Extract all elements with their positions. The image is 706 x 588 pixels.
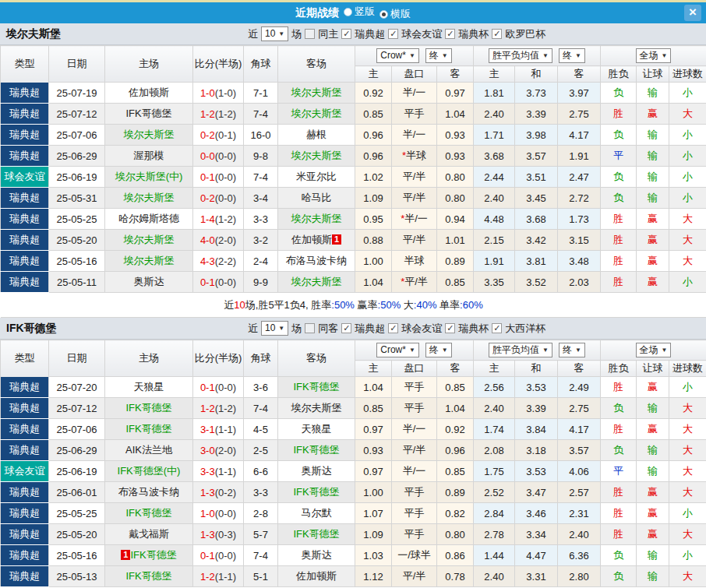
home-team-cell: IFK哥德堡 — [105, 566, 193, 587]
league-filter-label: 瑞典杯 — [458, 27, 489, 41]
result-goals: 小 — [669, 503, 706, 524]
avg-odds-2: 2.75 — [558, 104, 601, 125]
score-halftime: (1-1) — [215, 424, 236, 435]
score-fulltime: 3-0 — [200, 445, 215, 456]
chevron-down-icon: ▼ — [575, 344, 581, 356]
odds-value: 0.92 — [363, 87, 383, 99]
avg-odds-group: 胜平负均值▼终▼ — [474, 340, 601, 361]
final-odds-select[interactable]: 终▼ — [425, 343, 452, 357]
score-halftime: (2-0) — [215, 234, 236, 246]
odds-company-select[interactable]: Crow*▼ — [376, 343, 419, 357]
league-filter-checkbox-2[interactable]: ✓ — [445, 29, 455, 39]
odds-company-select-label: Crow* — [380, 50, 406, 62]
avg-odds-select[interactable]: 胜平负均值▼ — [489, 48, 552, 63]
final-avg-select[interactable]: 终▼ — [559, 343, 585, 357]
same-venue-checkbox[interactable] — [305, 323, 315, 333]
avg-odds-select[interactable]: 胜平负均值▼ — [489, 343, 552, 357]
league-type-badge: 瑞典超 — [1, 482, 49, 503]
away-team-cell: 米亚尔比 — [278, 167, 355, 188]
red-card-badge: 1 — [121, 550, 130, 560]
match-row: 瑞典超25-07-06埃尔夫斯堡0-2(0-1)16-0赫根0.96半/一0.9… — [1, 125, 706, 146]
match-row: 瑞典超25-07-20天狼星0-1(0-0)3-6IFK哥德堡1.04平手0.8… — [1, 377, 706, 398]
result-goals: 大 — [669, 251, 706, 272]
home-team-name: IFK哥德堡 — [125, 402, 171, 414]
final-odds-select[interactable]: 终▼ — [425, 48, 452, 63]
match-count-select[interactable]: 10▼ — [261, 321, 288, 336]
home-team-cell: 埃尔夫斯堡 — [105, 230, 193, 251]
final-odds-select-label: 终 — [429, 344, 439, 356]
away-team-cell: IFK哥德堡 — [278, 377, 355, 398]
crow-odds-2: 0.86 — [437, 545, 474, 566]
avg-odds-0: 2.40 — [474, 104, 515, 125]
close-button[interactable]: × — [684, 5, 701, 21]
result-wdl: 胜 — [601, 251, 637, 272]
league-type-badge: 瑞典超 — [1, 566, 49, 587]
avg-odds-1: 3.39 — [515, 104, 558, 125]
league-filter-checkbox-1[interactable]: ✓ — [388, 323, 398, 333]
sub-header-8: 进球数 — [669, 361, 706, 377]
score-fulltime: 4-3 — [200, 255, 215, 267]
layout-radio-horizontal[interactable]: 横版 — [379, 7, 411, 21]
league-filter-checkbox-1[interactable]: ✓ — [388, 29, 398, 39]
league-filter-checkbox-3[interactable]: ✓ — [492, 29, 502, 39]
sub-header-3: 主 — [474, 66, 515, 83]
cell-corner: 6-6 — [244, 461, 278, 482]
crow-odds-1: 平手 — [392, 482, 437, 503]
crow-odds-1: 平手 — [392, 377, 437, 398]
away-team-name: 米亚尔比 — [296, 171, 337, 182]
crow-odds-0: 0.96 — [355, 146, 392, 167]
result-goals: 小 — [669, 188, 706, 209]
crow-odds-2: 0.97 — [437, 83, 474, 104]
score-fulltime: 1-3 — [200, 529, 215, 540]
match-row: 瑞典超25-06-01布洛马波卡纳1-3(0-2)3-3IFK哥德堡1.00平手… — [1, 482, 706, 503]
sub-header-4: 和 — [515, 361, 558, 377]
result-handicap: 赢 — [637, 272, 669, 293]
away-team-cell: 埃尔夫斯堡 — [278, 272, 355, 293]
score-halftime: (0-0) — [215, 508, 236, 519]
odds-value: 0.78 — [445, 571, 464, 583]
cell-date: 25-05-16 — [49, 251, 105, 272]
cell-corner: 3-4 — [244, 188, 278, 209]
result-handicap: 赢 — [637, 230, 669, 251]
odds-company-select[interactable]: Crow*▼ — [376, 48, 419, 63]
match-count-select[interactable]: 10▼ — [261, 26, 288, 41]
odds-value: 平手 — [404, 381, 425, 393]
cell-date: 25-05-20 — [49, 230, 105, 251]
col-header-0: 类型 — [1, 340, 49, 377]
final-avg-select[interactable]: 终▼ — [559, 48, 585, 63]
layout-radio-vertical[interactable]: 竖版 — [344, 5, 375, 19]
away-team-name: 奥斯达 — [302, 549, 332, 561]
odds-value: 0.85 — [445, 466, 464, 477]
cell-score: 1-2(1-1) — [193, 566, 244, 587]
result-handicap: 赢 — [637, 377, 669, 398]
avg-odds-1: 3.46 — [515, 503, 558, 524]
crow-odds-1: 平/半 — [392, 566, 437, 587]
league-filter-checkbox-2[interactable]: ✓ — [445, 323, 455, 333]
team-name: IFK哥德堡 — [6, 322, 57, 336]
odds-company-group: Crow*▼终▼ — [355, 46, 474, 66]
odds-value: 平手 — [404, 507, 425, 519]
league-filter-checkbox-0[interactable]: ✓ — [341, 323, 351, 333]
league-filter-checkbox-3[interactable]: ✓ — [492, 323, 502, 333]
col-header-3: 比分(半场) — [193, 46, 244, 83]
cell-corner: 9-8 — [244, 146, 278, 167]
result-goals: 小 — [669, 83, 706, 104]
scope-select[interactable]: 全场▼ — [636, 48, 672, 63]
scope-select[interactable]: 全场▼ — [636, 343, 672, 357]
match-row: 瑞典超25-06-29渥那模0-0(0-0)9-8埃尔夫斯堡0.96*半球0.9… — [1, 146, 706, 167]
crow-odds-2: 0.85 — [437, 377, 474, 398]
odds-value: 0.95 — [363, 213, 383, 225]
sub-header-5: 客 — [558, 361, 601, 377]
match-row: 瑞典超25-05-25IFK哥德堡1-0(0-0)2-8马尔默1.07平手0.8… — [1, 503, 706, 524]
cell-date: 25-06-19 — [49, 167, 105, 188]
league-filter-checkbox-0[interactable]: ✓ — [341, 29, 351, 39]
same-venue-checkbox[interactable] — [305, 29, 315, 39]
home-team-cell: 埃尔夫斯堡(中) — [105, 167, 193, 188]
home-team-name: 天狼星 — [134, 381, 164, 393]
score-halftime: (0-3) — [215, 529, 236, 540]
cell-corner: 2-4 — [244, 251, 278, 272]
sub-header-7: 让球 — [637, 66, 669, 83]
result-goals: 大 — [669, 209, 706, 230]
col-header-4: 角球 — [244, 46, 278, 83]
header-group-row: 类型日期主场比分(半场)角球客场Crow*▼终▼胜平负均值▼终▼全场▼ — [1, 340, 706, 361]
